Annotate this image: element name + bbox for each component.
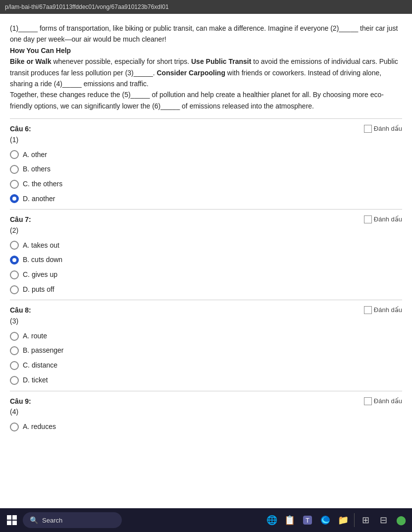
- radio-cau8-D[interactable]: [10, 376, 19, 385]
- danh-dau-text-cau8: Đánh dấu: [374, 305, 402, 315]
- question-left-cau8: Câu 8:(3): [10, 305, 31, 326]
- radio-inner-cau7-B: [12, 258, 16, 262]
- radio-cau7-A[interactable]: [10, 241, 19, 250]
- option-text-cau9-A: A. reduces: [23, 422, 56, 432]
- passage-para2: Together, these changes reduce the (5)__…: [10, 91, 384, 109]
- radio-cau8-B[interactable]: [10, 346, 19, 355]
- passage-bold1: Bike or Walk: [10, 57, 52, 65]
- danh-dau-icon-cau9: [364, 397, 372, 405]
- passage-heading: How You Can Help: [10, 47, 71, 54]
- radio-cau7-C[interactable]: [10, 270, 19, 279]
- svg-text:T: T: [306, 517, 309, 524]
- radio-cau9-A[interactable]: [10, 423, 19, 431]
- question-header-cau6: Câu 6:(1)Đánh dấu: [10, 124, 402, 145]
- question-block-cau7: Câu 7:(2)Đánh dấuA. takes outB. cuts dow…: [10, 209, 402, 295]
- question-left-cau9: Câu 9:(4): [10, 396, 31, 418]
- danh-dau-icon-cau7: [364, 215, 372, 223]
- taskbar-icon-edge[interactable]: [318, 513, 332, 527]
- option-text-cau6-A: A. other: [23, 150, 47, 160]
- passage-text: (1)_____ forms of transportation, like b…: [10, 23, 402, 111]
- questions-container: Câu 6:(1)Đánh dấuA. otherB. othersC. the…: [10, 118, 402, 432]
- radio-cau6-C[interactable]: [10, 180, 19, 189]
- danh-dau-cau6[interactable]: Đánh dấu: [364, 124, 402, 134]
- option-text-cau8-C: C. distance: [23, 360, 57, 371]
- search-label: Search: [42, 517, 62, 524]
- question-sub-cau7: (2): [10, 225, 31, 236]
- taskbar: 🔍 Search 🌐 📋 T 📁 ⊞ ⊟ ⬤: [0, 508, 412, 532]
- options-cau8: A. routeB. passengerC. distanceD. ticket: [10, 331, 402, 386]
- danh-dau-text-cau9: Đánh dấu: [374, 396, 402, 406]
- radio-cau7-B[interactable]: [10, 256, 19, 265]
- question-block-cau6: Câu 6:(1)Đánh dấuA. otherB. othersC. the…: [10, 118, 402, 204]
- taskbar-icon-minus[interactable]: ⊟: [376, 513, 390, 527]
- question-header-cau8: Câu 8:(3)Đánh dấu: [10, 305, 402, 326]
- taskbar-icon-teams[interactable]: T: [301, 513, 314, 527]
- danh-dau-cau9[interactable]: Đánh dấu: [364, 396, 402, 406]
- taskbar-icon-network[interactable]: 🌐: [265, 513, 279, 527]
- question-block-cau9: Câu 9:(4)Đánh dấuA. reduces: [10, 391, 402, 432]
- danh-dau-icon-cau6: [364, 125, 372, 133]
- option-row-cau7-B[interactable]: B. cuts down: [10, 255, 402, 266]
- danh-dau-text-cau6: Đánh dấu: [374, 124, 402, 134]
- question-left-cau7: Câu 7:(2): [10, 214, 31, 236]
- option-row-cau6-D[interactable]: D. another: [10, 194, 402, 205]
- options-cau6: A. otherB. othersC. the othersD. another: [10, 150, 402, 205]
- option-row-cau8-B[interactable]: B. passenger: [10, 345, 402, 356]
- option-text-cau8-A: A. route: [23, 331, 47, 342]
- option-text-cau8-B: B. passenger: [23, 345, 64, 356]
- question-sub-cau6: (1): [10, 135, 31, 146]
- windows-logo-icon: [7, 515, 17, 525]
- radio-cau7-D[interactable]: [10, 285, 19, 294]
- option-row-cau8-C[interactable]: C. distance: [10, 360, 402, 371]
- radio-cau6-B[interactable]: [10, 165, 19, 174]
- option-row-cau6-B[interactable]: B. others: [10, 164, 402, 175]
- danh-dau-cau8[interactable]: Đánh dấu: [364, 305, 402, 315]
- question-left-cau6: Câu 6:(1): [10, 124, 31, 145]
- option-text-cau7-B: B. cuts down: [23, 255, 62, 266]
- option-text-cau6-B: B. others: [23, 164, 51, 175]
- option-text-cau6-D: D. another: [23, 194, 55, 205]
- question-block-cau8: Câu 8:(3)Đánh dấuA. routeB. passengerC. …: [10, 300, 402, 385]
- options-cau7: A. takes outB. cuts downC. gives upD. pu…: [10, 240, 402, 295]
- radio-cau8-C[interactable]: [10, 361, 19, 370]
- options-cau9: A. reduces: [10, 422, 402, 432]
- radio-cau6-D[interactable]: [10, 194, 19, 203]
- danh-dau-cau7[interactable]: Đánh dấu: [364, 214, 402, 224]
- main-content: (1)_____ forms of transportation, like b…: [0, 14, 412, 508]
- option-row-cau7-A[interactable]: A. takes out: [10, 240, 402, 251]
- question-sub-cau9: (4): [10, 407, 31, 418]
- option-row-cau9-A[interactable]: A. reduces: [10, 422, 402, 432]
- browser-bar: p/lam-bai-thi/67aa910113ffddec01/vong/67…: [0, 0, 412, 14]
- taskbar-icons: 🌐 📋 T 📁 ⊞ ⊟ ⬤: [265, 513, 408, 527]
- taskbar-icon-explorer[interactable]: 📁: [336, 513, 350, 527]
- question-sub-cau8: (3): [10, 316, 31, 327]
- question-label-cau8: Câu 8:: [10, 305, 31, 316]
- radio-inner-cau6-D: [12, 197, 16, 201]
- option-row-cau6-A[interactable]: A. other: [10, 150, 402, 160]
- option-row-cau6-C[interactable]: C. the others: [10, 179, 402, 190]
- radio-cau6-A[interactable]: [10, 150, 19, 159]
- option-text-cau8-D: D. ticket: [23, 375, 48, 386]
- search-icon: 🔍: [30, 516, 38, 524]
- danh-dau-text-cau7: Đánh dấu: [374, 214, 402, 224]
- question-label-cau7: Câu 7:: [10, 214, 31, 225]
- browser-url: p/lam-bai-thi/67aa910113ffddec01/vong/67…: [5, 3, 169, 10]
- question-header-cau7: Câu 7:(2)Đánh dấu: [10, 214, 402, 236]
- question-label-cau9: Câu 9:: [10, 396, 31, 407]
- taskbar-icon-grid[interactable]: ⊞: [359, 513, 372, 527]
- option-row-cau8-D[interactable]: D. ticket: [10, 375, 402, 386]
- option-row-cau7-C[interactable]: C. gives up: [10, 269, 402, 280]
- option-text-cau7-C: C. gives up: [23, 269, 57, 280]
- danh-dau-icon-cau8: [364, 306, 372, 314]
- passage-bold3: Consider Carpooling: [157, 69, 225, 77]
- option-text-cau7-A: A. takes out: [23, 240, 59, 251]
- start-button[interactable]: [4, 512, 20, 528]
- passage-line1: (1)_____ forms of transportation, like b…: [10, 24, 398, 43]
- option-row-cau7-D[interactable]: D. puts off: [10, 284, 402, 295]
- taskbar-icon-clipboard[interactable]: 📋: [283, 513, 297, 527]
- passage-bold2: Use Public Transit: [191, 57, 251, 65]
- taskbar-search[interactable]: 🔍 Search: [23, 512, 122, 528]
- option-row-cau8-A[interactable]: A. route: [10, 331, 402, 342]
- radio-cau8-A[interactable]: [10, 332, 19, 341]
- taskbar-icon-circle[interactable]: ⬤: [394, 513, 408, 527]
